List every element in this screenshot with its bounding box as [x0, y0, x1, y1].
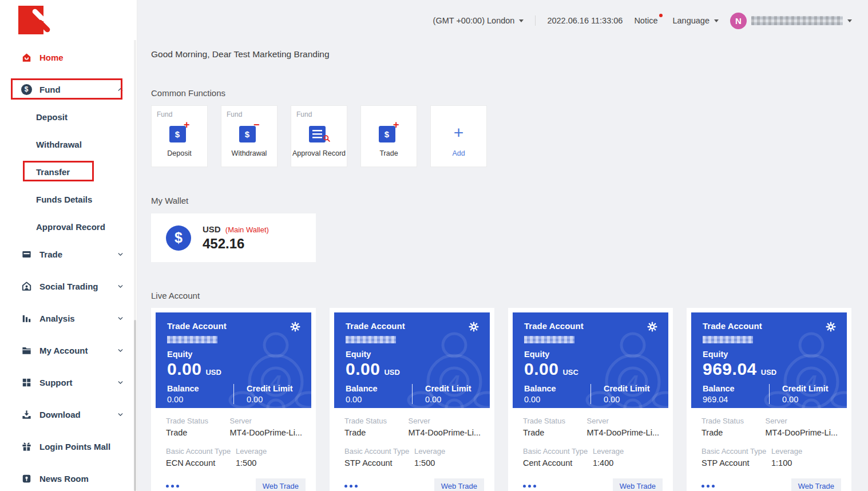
chevron-up-icon	[117, 86, 124, 93]
balance-value: 969.04	[703, 395, 769, 404]
account-type-label: Basic Account Type	[344, 447, 411, 456]
web-trade-button[interactable]: Web Trade	[256, 478, 306, 491]
trade-status-label: Trade Status	[701, 417, 762, 425]
balance-label: Balance	[167, 384, 233, 393]
app-window: Home $ Fund Deposit Withdrawal Transfer	[0, 0, 868, 491]
account-number-redacted	[167, 336, 217, 343]
leverage-label: Leverage	[414, 447, 481, 456]
chevron-down-icon	[117, 347, 124, 354]
sidebar-item-support[interactable]: Support	[0, 371, 137, 394]
dollar-circle-icon: $	[166, 225, 191, 251]
scrollbar-thumb[interactable]	[134, 320, 136, 491]
account-card: Trade Account Equity 0.00 USD Balance	[330, 308, 494, 491]
chevron-down-icon	[847, 19, 852, 22]
fn-card-add[interactable]: + Add	[430, 105, 487, 167]
more-actions-button[interactable]	[344, 485, 358, 488]
sidebar-item-fund[interactable]: $ Fund	[0, 78, 137, 101]
sidebar-item-label: Download	[39, 410, 81, 419]
fn-card-approval-record[interactable]: Fund Approval Record	[291, 105, 347, 167]
sidebar-item-label: Social Trading	[39, 282, 98, 291]
sidebar-item-home[interactable]: Home	[0, 46, 137, 69]
server-label: Server	[230, 417, 303, 425]
server-value: MT4-DooPrime-Li...	[766, 428, 838, 437]
sidebar-item-approval-record[interactable]: Approval Record	[0, 215, 137, 238]
web-trade-button[interactable]: Web Trade	[613, 478, 663, 491]
server-value: MT4-DooPrime-Li...	[230, 428, 303, 437]
trade-status-value: Trade	[344, 428, 405, 437]
gear-icon[interactable]	[468, 321, 479, 332]
fn-card-deposit[interactable]: Fund $ + Deposit	[151, 105, 208, 167]
timezone-select[interactable]: (GMT +00:00) London	[433, 16, 524, 25]
account-type-value: STP Account	[701, 458, 768, 468]
notice-link[interactable]: Notice	[634, 16, 661, 25]
gear-icon[interactable]	[290, 321, 301, 332]
fn-card-tag: Fund	[291, 106, 347, 118]
equity-value: 0.00	[524, 359, 558, 379]
wallet-balance: 452.16	[203, 236, 269, 252]
web-trade-button[interactable]: Web Trade	[434, 478, 484, 491]
sidebar-scrollbar[interactable]	[134, 40, 136, 491]
web-trade-button[interactable]: Web Trade	[791, 478, 841, 491]
live-account-row: Trade Account Equity 0.00 USD Balance	[151, 308, 852, 491]
account-card-title: Trade Account	[346, 321, 405, 331]
datetime-label: 2022.06.16 11:33:06	[547, 16, 623, 25]
account-type-value: ECN Account	[166, 458, 232, 468]
leverage-label: Leverage	[593, 447, 659, 456]
fn-card-trade[interactable]: $ + Trade	[360, 105, 417, 167]
account-card-title: Trade Account	[167, 321, 227, 331]
sidebar-item-withdrawal[interactable]: Withdrawal	[0, 133, 137, 156]
sidebar-item-analysis[interactable]: Analysis	[0, 307, 137, 330]
sidebar-item-my-account[interactable]: My Account	[0, 339, 137, 362]
more-actions-button[interactable]	[166, 485, 179, 488]
fn-card-withdrawal[interactable]: Fund $ − Withdrawal	[221, 105, 278, 167]
logo-container	[0, 0, 137, 46]
sidebar-item-trade[interactable]: Trade	[0, 243, 137, 266]
account-type-label: Basic Account Type	[523, 447, 589, 456]
download-icon	[21, 409, 32, 420]
language-select[interactable]: Language	[672, 16, 719, 25]
chevron-down-icon	[117, 283, 124, 290]
plus-glyph: +	[449, 123, 469, 142]
sidebar-item-label: Trade	[39, 250, 62, 259]
trade-status-value: Trade	[166, 428, 227, 437]
trade-status-value: Trade	[523, 428, 584, 437]
sidebar-nav: Home $ Fund Deposit Withdrawal Transfer	[0, 46, 137, 490]
sidebar-item-deposit[interactable]: Deposit	[0, 105, 137, 128]
approval-record-icon	[309, 123, 330, 142]
sidebar-item-download[interactable]: Download	[0, 403, 137, 426]
account-card-header: Trade Account Equity 969.04 USD Balance	[691, 312, 847, 408]
sidebar-item-news-room[interactable]: News Room	[0, 467, 137, 490]
sidebar-item-label: Deposit	[36, 112, 68, 122]
credit-limit-label: Credit Limit	[782, 384, 829, 393]
topbar: (GMT +00:00) London 2022.06.16 11:33:06 …	[151, 0, 852, 41]
account-type-label: Basic Account Type	[701, 447, 768, 456]
sidebar: Home $ Fund Deposit Withdrawal Transfer	[0, 0, 137, 491]
sidebar-item-transfer[interactable]: Transfer	[0, 160, 137, 183]
credit-limit-value: 0.00	[247, 395, 293, 404]
balance-label: Balance	[346, 384, 412, 393]
sidebar-item-login-points-mall[interactable]: Login Points Mall	[0, 435, 137, 458]
gear-icon[interactable]	[825, 321, 837, 332]
account-card-header: Trade Account Equity 0.00 USD Balance	[156, 312, 311, 408]
account-card-title: Trade Account	[703, 321, 762, 331]
more-actions-button[interactable]	[523, 485, 536, 488]
gift-icon	[21, 441, 32, 452]
balance-value: 0.00	[524, 395, 590, 404]
account-card-title: Trade Account	[524, 321, 584, 331]
gear-icon[interactable]	[647, 321, 658, 332]
dooprime-logo-icon[interactable]	[18, 6, 51, 39]
wallet-tag: (Main Wallet)	[225, 225, 269, 234]
more-actions-button[interactable]	[701, 485, 715, 488]
account-card: Trade Account Equity 0.00 USC Balance	[508, 308, 673, 491]
wallet-card[interactable]: $ USD (Main Wallet) 452.16	[151, 213, 316, 262]
user-menu[interactable]: N	[730, 13, 852, 29]
sidebar-item-social-trading[interactable]: Social Trading	[0, 275, 137, 298]
fn-card-tag: Fund	[152, 106, 207, 118]
leverage-value: 1:100	[771, 458, 838, 468]
sidebar-item-label: Funds Details	[36, 195, 92, 204]
sidebar-item-funds-details[interactable]: Funds Details	[0, 188, 137, 211]
balance-label: Balance	[524, 384, 590, 393]
server-value: MT4-DooPrime-Li...	[587, 428, 660, 437]
minus-badge-icon: −	[253, 121, 260, 129]
greeting-text: Good Morning, Dear Test Marketing Brandi…	[151, 49, 852, 60]
